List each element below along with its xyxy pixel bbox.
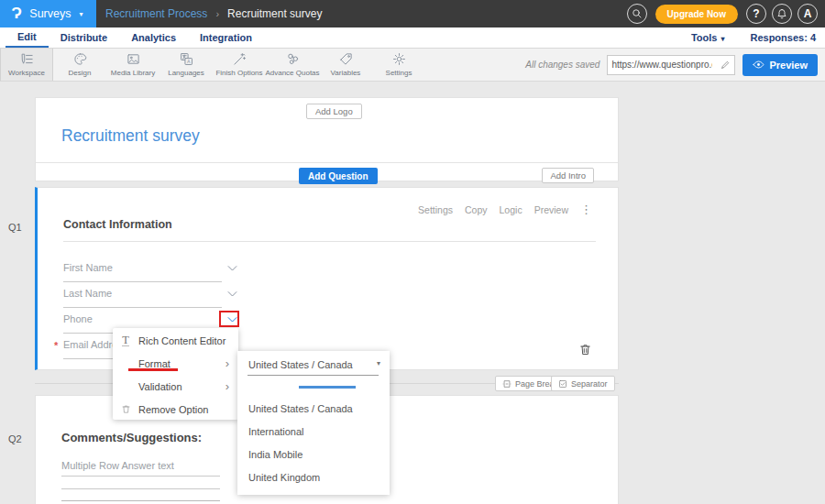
upgrade-now-button[interactable]: Upgrade Now	[655, 5, 738, 24]
submenu-scrollbar[interactable]	[299, 386, 356, 389]
section-nav-right: Tools▾ Responses: 4	[691, 27, 825, 48]
question-mark-icon: ?	[753, 7, 759, 20]
caret-down-icon: ▾	[720, 35, 724, 43]
search-button[interactable]	[627, 4, 647, 24]
translate-icon: A	[180, 52, 193, 66]
add-intro-button[interactable]: Add Intro	[542, 168, 594, 183]
select-underline	[248, 375, 379, 376]
field-label-last-name[interactable]: Last Name	[63, 288, 112, 299]
answer-line	[61, 476, 220, 477]
multirow-answer-placeholder[interactable]: Multiple Row Answer text	[61, 460, 174, 471]
responses-count[interactable]: Responses: 4	[750, 32, 816, 43]
survey-header-card: Add Logo Recruitment survey Add Question…	[35, 97, 619, 181]
breadcrumb: Recruitment Process › Recruitment survey	[105, 7, 322, 20]
search-icon	[632, 8, 643, 19]
tab-edit[interactable]: Edit	[6, 27, 49, 48]
format-submenu: United States / Canada ▾ United States /…	[237, 351, 390, 495]
format-select-value[interactable]: United States / Canada	[248, 359, 353, 370]
survey-title[interactable]: Recruitment survey	[61, 126, 200, 146]
question-1-title[interactable]: Contact Information	[63, 218, 172, 231]
eye-icon	[753, 59, 764, 71]
app-logo[interactable]: Ɂ Surveys ▾	[0, 0, 96, 27]
image-icon	[126, 52, 140, 66]
section-tabs: Edit Distribute Analytics Integration	[0, 27, 264, 48]
answer-line	[61, 500, 220, 501]
question-copy-link[interactable]: Copy	[465, 204, 488, 215]
separator-button[interactable]: Separator	[551, 376, 615, 391]
survey-url-input[interactable]	[608, 60, 716, 70]
quota-links-icon	[286, 52, 300, 66]
question-title-underline	[63, 241, 596, 242]
checkbox-icon	[558, 379, 567, 389]
question-settings-link[interactable]: Settings	[418, 204, 453, 215]
bell-icon	[776, 8, 787, 19]
question-1-index: Q1	[8, 222, 22, 233]
questionpro-logo-icon: Ɂ	[11, 5, 21, 22]
toolbar-item-variables[interactable]: Variables	[319, 49, 372, 81]
workspace-icon	[20, 52, 34, 66]
svg-text:A: A	[186, 59, 190, 64]
topbar-actions: Upgrade Now ? A	[627, 4, 825, 24]
menu-item-remove-option[interactable]: Remove Option	[113, 398, 238, 421]
toolbar-item-finish-options[interactable]: Finish Options	[213, 49, 266, 81]
select-caret-icon: ▾	[377, 359, 380, 367]
menu-item-rich-content-editor[interactable]: T Rich Content Editor	[113, 329, 238, 352]
account-avatar[interactable]: A	[798, 4, 818, 24]
caret-down-icon: ▾	[79, 10, 82, 18]
delete-question-icon[interactable]	[578, 343, 592, 356]
add-logo-button[interactable]: Add Logo	[306, 104, 362, 119]
toolbar-item-workspace[interactable]: Workspace	[0, 49, 53, 81]
header-divider	[36, 162, 618, 163]
product-switcher-label: Surveys	[29, 7, 71, 20]
avatar-initial: A	[804, 7, 812, 20]
toolbar-item-design[interactable]: Design	[53, 49, 106, 81]
rich-text-icon: T	[122, 334, 129, 346]
tools-menu[interactable]: Tools▾	[691, 32, 725, 43]
breadcrumb-folder[interactable]: Recruitment Process	[105, 7, 207, 20]
format-option-international[interactable]: International	[237, 420, 390, 443]
toolbar-item-settings[interactable]: Settings	[372, 49, 425, 81]
survey-canvas: Q1 Q2 Add Logo Recruitment survey Add Qu…	[0, 82, 825, 504]
format-option-united-kingdom[interactable]: United Kingdom	[237, 466, 390, 488]
field-label-first-name[interactable]: First Name	[63, 262, 113, 273]
survey-url-box	[607, 55, 735, 75]
notifications-button[interactable]	[772, 4, 792, 24]
magic-wand-icon	[233, 52, 247, 66]
palette-icon	[73, 52, 87, 66]
annotation-highlight-box	[219, 311, 239, 327]
field-underline	[63, 307, 222, 308]
gear-icon	[392, 52, 406, 66]
annotation-underline	[128, 368, 178, 371]
question-preview-link[interactable]: Preview	[534, 204, 568, 215]
tab-distribute[interactable]: Distribute	[49, 27, 119, 48]
save-status: All changes saved	[525, 60, 600, 70]
menu-item-validation[interactable]: Validation ›	[113, 375, 238, 398]
required-asterisk: *	[54, 340, 58, 351]
more-options-icon[interactable]: ⋮	[580, 203, 592, 216]
tab-analytics[interactable]: Analytics	[119, 27, 188, 48]
add-question-button[interactable]: Add Question	[299, 168, 378, 184]
field-label-phone[interactable]: Phone	[63, 313, 93, 324]
question-logic-link[interactable]: Logic	[500, 204, 522, 215]
help-button[interactable]: ?	[746, 4, 766, 24]
question-2-index: Q2	[8, 433, 22, 444]
question-2-title[interactable]: Comments/Suggestions:	[61, 431, 202, 444]
edit-url-button[interactable]	[716, 60, 734, 70]
chevron-down-icon[interactable]	[226, 287, 239, 301]
breadcrumb-current: Recruitment survey	[227, 7, 322, 20]
preview-button[interactable]: Preview	[742, 54, 818, 76]
format-option-us-canada[interactable]: United States / Canada	[237, 397, 390, 420]
format-options-list: United States / Canada International Ind…	[237, 397, 390, 488]
submenu-arrow-icon: ›	[226, 379, 238, 393]
format-option-india-mobile[interactable]: India Mobile	[237, 443, 390, 466]
answer-line	[61, 488, 220, 489]
tab-integration[interactable]: Integration	[188, 27, 264, 48]
toolbar-item-advance-quotas[interactable]: Advance Quotas	[266, 49, 319, 81]
toolbar-item-media-library[interactable]: Media Library	[106, 49, 160, 81]
toolbar-item-languages[interactable]: A Languages	[160, 49, 213, 81]
chevron-down-icon[interactable]	[226, 261, 239, 275]
toolbar-right: All changes saved Preview	[525, 49, 825, 81]
trash-icon	[121, 404, 131, 414]
submenu-arrow-icon: ›	[226, 356, 238, 370]
menu-item-format[interactable]: Format ›	[113, 352, 238, 375]
